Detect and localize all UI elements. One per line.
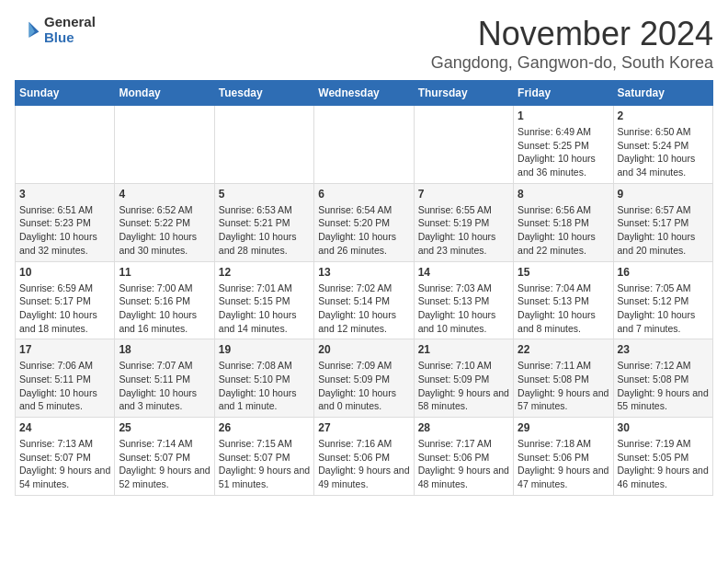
cell-day-info: Sunrise: 6:55 AM Sunset: 5:19 PM Dayligh… [418, 203, 509, 258]
calendar-cell: 12Sunrise: 7:01 AM Sunset: 5:15 PM Dayli… [214, 261, 313, 339]
cell-day-number: 13 [318, 266, 409, 279]
weekday-header-friday: Friday [514, 81, 613, 106]
cell-day-info: Sunrise: 7:11 AM Sunset: 5:08 PM Dayligh… [518, 359, 609, 413]
logo: General Blue [15, 15, 96, 45]
cell-day-info: Sunrise: 6:52 AM Sunset: 5:22 PM Dayligh… [119, 203, 210, 258]
cell-day-number: 10 [19, 266, 110, 279]
title-area: November 2024 Gangdong, Gangwon-do, Sout… [431, 15, 713, 73]
cell-day-number: 23 [618, 343, 709, 356]
cell-day-info: Sunrise: 6:50 AM Sunset: 5:24 PM Dayligh… [618, 125, 709, 179]
cell-day-info: Sunrise: 7:18 AM Sunset: 5:06 PM Dayligh… [518, 437, 609, 491]
calendar-cell [214, 106, 313, 184]
cell-day-number: 15 [518, 266, 609, 279]
cell-day-info: Sunrise: 7:19 AM Sunset: 5:05 PM Dayligh… [618, 437, 709, 491]
cell-day-number: 8 [518, 188, 609, 201]
cell-day-number: 7 [418, 188, 509, 201]
cell-day-info: Sunrise: 7:05 AM Sunset: 5:12 PM Dayligh… [618, 282, 709, 336]
calendar-cell: 22Sunrise: 7:11 AM Sunset: 5:08 PM Dayli… [514, 339, 613, 418]
cell-day-info: Sunrise: 7:14 AM Sunset: 5:07 PM Dayligh… [119, 437, 210, 491]
calendar-week-row: 17Sunrise: 7:06 AM Sunset: 5:11 PM Dayli… [16, 339, 713, 418]
cell-day-info: Sunrise: 7:01 AM Sunset: 5:15 PM Dayligh… [219, 282, 310, 336]
cell-day-number: 24 [19, 421, 110, 434]
calendar-week-row: 3Sunrise: 6:51 AM Sunset: 5:23 PM Daylig… [16, 183, 713, 261]
calendar-cell: 4Sunrise: 6:52 AM Sunset: 5:22 PM Daylig… [115, 183, 214, 261]
cell-day-number: 12 [219, 266, 310, 279]
calendar-cell: 5Sunrise: 6:53 AM Sunset: 5:21 PM Daylig… [214, 183, 313, 261]
cell-day-number: 1 [518, 109, 609, 122]
calendar-cell: 17Sunrise: 7:06 AM Sunset: 5:11 PM Dayli… [16, 339, 115, 418]
cell-day-number: 6 [318, 188, 409, 201]
calendar-cell: 27Sunrise: 7:16 AM Sunset: 5:06 PM Dayli… [314, 418, 414, 496]
calendar-cell: 28Sunrise: 7:17 AM Sunset: 5:06 PM Dayli… [414, 418, 513, 496]
month-title: November 2024 [431, 15, 713, 53]
cell-day-number: 29 [518, 421, 609, 434]
calendar-cell: 11Sunrise: 7:00 AM Sunset: 5:16 PM Dayli… [115, 261, 214, 339]
weekday-header-saturday: Saturday [613, 81, 712, 106]
cell-day-info: Sunrise: 6:54 AM Sunset: 5:20 PM Dayligh… [318, 203, 409, 258]
cell-day-info: Sunrise: 7:15 AM Sunset: 5:07 PM Dayligh… [219, 437, 310, 491]
calendar-cell: 13Sunrise: 7:02 AM Sunset: 5:14 PM Dayli… [314, 261, 414, 339]
logo-general: General [44, 15, 96, 30]
cell-day-info: Sunrise: 7:02 AM Sunset: 5:14 PM Dayligh… [318, 282, 409, 336]
weekday-header-row: SundayMondayTuesdayWednesdayThursdayFrid… [16, 81, 713, 106]
calendar-cell: 20Sunrise: 7:09 AM Sunset: 5:09 PM Dayli… [314, 339, 414, 418]
logo-icon [15, 17, 40, 43]
cell-day-info: Sunrise: 7:10 AM Sunset: 5:09 PM Dayligh… [418, 359, 509, 413]
cell-day-number: 17 [19, 343, 110, 356]
calendar-week-row: 10Sunrise: 6:59 AM Sunset: 5:17 PM Dayli… [16, 261, 713, 339]
calendar-cell: 26Sunrise: 7:15 AM Sunset: 5:07 PM Dayli… [214, 418, 313, 496]
cell-day-info: Sunrise: 6:59 AM Sunset: 5:17 PM Dayligh… [19, 282, 110, 336]
calendar-cell: 16Sunrise: 7:05 AM Sunset: 5:12 PM Dayli… [613, 261, 712, 339]
cell-day-info: Sunrise: 7:13 AM Sunset: 5:07 PM Dayligh… [19, 437, 110, 491]
page-header: General Blue November 2024 Gangdong, Gan… [15, 15, 713, 73]
cell-day-number: 28 [418, 421, 509, 434]
calendar-cell: 30Sunrise: 7:19 AM Sunset: 5:05 PM Dayli… [613, 418, 712, 496]
calendar-cell [115, 106, 214, 184]
calendar-cell: 10Sunrise: 6:59 AM Sunset: 5:17 PM Dayli… [16, 261, 115, 339]
cell-day-number: 2 [618, 109, 709, 122]
calendar-cell: 9Sunrise: 6:57 AM Sunset: 5:17 PM Daylig… [613, 183, 712, 261]
cell-day-info: Sunrise: 6:56 AM Sunset: 5:18 PM Dayligh… [518, 203, 609, 258]
cell-day-info: Sunrise: 6:51 AM Sunset: 5:23 PM Dayligh… [19, 203, 110, 258]
calendar-cell [314, 106, 414, 184]
cell-day-number: 4 [119, 188, 210, 201]
cell-day-number: 16 [618, 266, 709, 279]
cell-day-number: 9 [618, 188, 709, 201]
calendar-week-row: 1Sunrise: 6:49 AM Sunset: 5:25 PM Daylig… [16, 106, 713, 184]
cell-day-number: 11 [119, 266, 210, 279]
weekday-header-wednesday: Wednesday [314, 81, 414, 106]
cell-day-info: Sunrise: 6:49 AM Sunset: 5:25 PM Dayligh… [518, 125, 609, 179]
cell-day-info: Sunrise: 7:12 AM Sunset: 5:08 PM Dayligh… [618, 359, 709, 413]
cell-day-number: 30 [618, 421, 709, 434]
calendar-cell: 15Sunrise: 7:04 AM Sunset: 5:13 PM Dayli… [514, 261, 613, 339]
weekday-header-tuesday: Tuesday [214, 81, 313, 106]
logo-blue: Blue [44, 30, 96, 46]
cell-day-info: Sunrise: 7:16 AM Sunset: 5:06 PM Dayligh… [318, 437, 409, 491]
cell-day-info: Sunrise: 7:17 AM Sunset: 5:06 PM Dayligh… [418, 437, 509, 491]
cell-day-number: 5 [219, 188, 310, 201]
cell-day-number: 3 [19, 188, 110, 201]
location-title: Gangdong, Gangwon-do, South Korea [431, 53, 713, 73]
calendar-cell: 24Sunrise: 7:13 AM Sunset: 5:07 PM Dayli… [16, 418, 115, 496]
cell-day-info: Sunrise: 7:00 AM Sunset: 5:16 PM Dayligh… [119, 282, 210, 336]
cell-day-info: Sunrise: 7:08 AM Sunset: 5:10 PM Dayligh… [219, 359, 310, 413]
calendar-cell: 18Sunrise: 7:07 AM Sunset: 5:11 PM Dayli… [115, 339, 214, 418]
calendar-cell: 6Sunrise: 6:54 AM Sunset: 5:20 PM Daylig… [314, 183, 414, 261]
calendar-cell: 3Sunrise: 6:51 AM Sunset: 5:23 PM Daylig… [16, 183, 115, 261]
calendar-cell: 19Sunrise: 7:08 AM Sunset: 5:10 PM Dayli… [214, 339, 313, 418]
cell-day-info: Sunrise: 7:03 AM Sunset: 5:13 PM Dayligh… [418, 282, 509, 336]
calendar-cell: 2Sunrise: 6:50 AM Sunset: 5:24 PM Daylig… [613, 106, 712, 184]
calendar-cell: 8Sunrise: 6:56 AM Sunset: 5:18 PM Daylig… [514, 183, 613, 261]
cell-day-number: 18 [119, 343, 210, 356]
calendar-cell: 21Sunrise: 7:10 AM Sunset: 5:09 PM Dayli… [414, 339, 513, 418]
calendar-cell: 14Sunrise: 7:03 AM Sunset: 5:13 PM Dayli… [414, 261, 513, 339]
calendar-cell: 1Sunrise: 6:49 AM Sunset: 5:25 PM Daylig… [514, 106, 613, 184]
calendar-cell [16, 106, 115, 184]
calendar-cell: 25Sunrise: 7:14 AM Sunset: 5:07 PM Dayli… [115, 418, 214, 496]
cell-day-info: Sunrise: 6:57 AM Sunset: 5:17 PM Dayligh… [618, 203, 709, 258]
calendar-cell: 29Sunrise: 7:18 AM Sunset: 5:06 PM Dayli… [514, 418, 613, 496]
cell-day-number: 22 [518, 343, 609, 356]
logo-text: General Blue [44, 15, 96, 45]
weekday-header-sunday: Sunday [16, 81, 115, 106]
cell-day-number: 20 [318, 343, 409, 356]
